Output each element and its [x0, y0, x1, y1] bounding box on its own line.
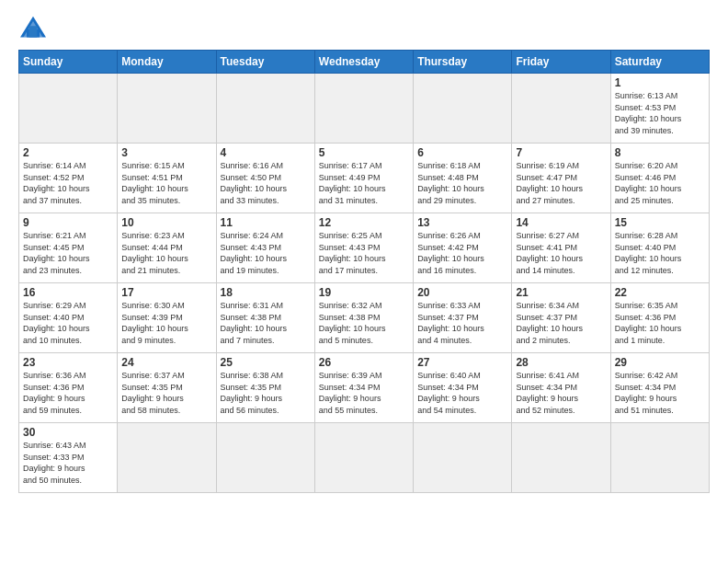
calendar-cell	[512, 423, 610, 493]
day-info: Sunrise: 6:31 AMSunset: 4:38 PMDaylight:…	[221, 300, 311, 346]
calendar-cell	[414, 423, 512, 493]
weekday-header-thursday: Thursday	[414, 51, 512, 74]
day-info: Sunrise: 6:41 AMSunset: 4:34 PMDaylight:…	[516, 370, 606, 416]
calendar-week-5: 23Sunrise: 6:36 AMSunset: 4:36 PMDayligh…	[19, 353, 710, 423]
calendar-body: 1Sunrise: 6:13 AMSunset: 4:53 PMDaylight…	[19, 74, 710, 493]
day-info: Sunrise: 6:32 AMSunset: 4:38 PMDaylight:…	[319, 300, 409, 346]
day-info: Sunrise: 6:26 AMSunset: 4:42 PMDaylight:…	[417, 230, 507, 276]
day-info: Sunrise: 6:39 AMSunset: 4:34 PMDaylight:…	[319, 370, 409, 416]
calendar-cell: 7Sunrise: 6:19 AMSunset: 4:47 PMDaylight…	[512, 144, 610, 213]
day-info: Sunrise: 6:28 AMSunset: 4:40 PMDaylight:…	[615, 230, 705, 276]
day-number: 30	[23, 426, 113, 439]
calendar-cell	[19, 74, 118, 144]
calendar-cell: 16Sunrise: 6:29 AMSunset: 4:40 PMDayligh…	[19, 283, 118, 353]
calendar-week-4: 16Sunrise: 6:29 AMSunset: 4:40 PMDayligh…	[19, 283, 710, 353]
day-info: Sunrise: 6:30 AMSunset: 4:39 PMDaylight:…	[121, 300, 211, 346]
weekday-header-wednesday: Wednesday	[314, 51, 413, 74]
svg-rect-3	[29, 26, 38, 37]
weekday-header-sunday: Sunday	[19, 51, 118, 74]
day-info: Sunrise: 6:42 AMSunset: 4:34 PMDaylight:…	[615, 370, 705, 416]
day-info: Sunrise: 6:27 AMSunset: 4:41 PMDaylight:…	[516, 230, 606, 276]
day-info: Sunrise: 6:34 AMSunset: 4:37 PMDaylight:…	[516, 300, 606, 346]
day-info: Sunrise: 6:25 AMSunset: 4:43 PMDaylight:…	[319, 230, 409, 276]
day-info: Sunrise: 6:24 AMSunset: 4:43 PMDaylight:…	[221, 230, 311, 276]
day-info: Sunrise: 6:21 AMSunset: 4:45 PMDaylight:…	[23, 230, 113, 276]
calendar-cell: 25Sunrise: 6:38 AMSunset: 4:35 PMDayligh…	[216, 353, 314, 423]
day-info: Sunrise: 6:16 AMSunset: 4:50 PMDaylight:…	[221, 160, 311, 206]
calendar-cell	[314, 423, 413, 493]
day-number: 13	[417, 216, 507, 229]
weekday-header-saturday: Saturday	[610, 51, 709, 74]
calendar-cell	[118, 74, 216, 144]
day-number: 27	[417, 356, 507, 369]
day-number: 20	[417, 286, 507, 299]
day-info: Sunrise: 6:13 AMSunset: 4:53 PMDaylight:…	[615, 90, 705, 136]
day-number: 5	[319, 146, 409, 159]
calendar-cell: 24Sunrise: 6:37 AMSunset: 4:35 PMDayligh…	[118, 353, 216, 423]
day-number: 24	[121, 356, 211, 369]
calendar-cell: 27Sunrise: 6:40 AMSunset: 4:34 PMDayligh…	[414, 353, 512, 423]
calendar-table: SundayMondayTuesdayWednesdayThursdayFrid…	[18, 50, 710, 493]
day-number: 21	[516, 286, 606, 299]
day-number: 22	[615, 286, 705, 299]
calendar-cell: 21Sunrise: 6:34 AMSunset: 4:37 PMDayligh…	[512, 283, 610, 353]
day-number: 25	[221, 356, 311, 369]
calendar-cell: 2Sunrise: 6:14 AMSunset: 4:52 PMDaylight…	[19, 144, 118, 213]
day-number: 6	[417, 146, 507, 159]
calendar-cell: 19Sunrise: 6:32 AMSunset: 4:38 PMDayligh…	[314, 283, 413, 353]
day-info: Sunrise: 6:23 AMSunset: 4:44 PMDaylight:…	[121, 230, 211, 276]
day-info: Sunrise: 6:36 AMSunset: 4:36 PMDaylight:…	[23, 370, 113, 416]
day-number: 29	[615, 356, 705, 369]
calendar-cell: 30Sunrise: 6:43 AMSunset: 4:33 PMDayligh…	[19, 423, 118, 493]
calendar-cell	[216, 74, 314, 144]
day-number: 11	[221, 216, 311, 229]
calendar-header: SundayMondayTuesdayWednesdayThursdayFrid…	[19, 51, 710, 74]
weekday-header-row: SundayMondayTuesdayWednesdayThursdayFrid…	[19, 51, 710, 74]
calendar-cell: 28Sunrise: 6:41 AMSunset: 4:34 PMDayligh…	[512, 353, 610, 423]
day-number: 9	[23, 216, 113, 229]
day-number: 1	[615, 76, 705, 89]
logo	[18, 15, 51, 40]
calendar-week-2: 2Sunrise: 6:14 AMSunset: 4:52 PMDaylight…	[19, 144, 710, 213]
day-info: Sunrise: 6:18 AMSunset: 4:48 PMDaylight:…	[417, 160, 507, 206]
weekday-header-friday: Friday	[512, 51, 610, 74]
day-number: 19	[319, 286, 409, 299]
day-info: Sunrise: 6:35 AMSunset: 4:36 PMDaylight:…	[615, 300, 705, 346]
calendar-cell: 8Sunrise: 6:20 AMSunset: 4:46 PMDaylight…	[610, 144, 709, 213]
day-info: Sunrise: 6:37 AMSunset: 4:35 PMDaylight:…	[121, 370, 211, 416]
calendar-cell: 18Sunrise: 6:31 AMSunset: 4:38 PMDayligh…	[216, 283, 314, 353]
day-info: Sunrise: 6:14 AMSunset: 4:52 PMDaylight:…	[23, 160, 113, 206]
calendar-cell: 12Sunrise: 6:25 AMSunset: 4:43 PMDayligh…	[314, 213, 413, 283]
day-info: Sunrise: 6:40 AMSunset: 4:34 PMDaylight:…	[417, 370, 507, 416]
day-info: Sunrise: 6:29 AMSunset: 4:40 PMDaylight:…	[23, 300, 113, 346]
day-number: 18	[221, 286, 311, 299]
day-info: Sunrise: 6:17 AMSunset: 4:49 PMDaylight:…	[319, 160, 409, 206]
day-number: 12	[319, 216, 409, 229]
calendar-cell	[610, 423, 709, 493]
day-number: 3	[121, 146, 211, 159]
calendar-cell	[216, 423, 314, 493]
day-number: 15	[615, 216, 705, 229]
day-info: Sunrise: 6:19 AMSunset: 4:47 PMDaylight:…	[516, 160, 606, 206]
calendar-cell: 13Sunrise: 6:26 AMSunset: 4:42 PMDayligh…	[414, 213, 512, 283]
calendar-week-3: 9Sunrise: 6:21 AMSunset: 4:45 PMDaylight…	[19, 213, 710, 283]
day-info: Sunrise: 6:43 AMSunset: 4:33 PMDaylight:…	[23, 440, 113, 486]
calendar-week-1: 1Sunrise: 6:13 AMSunset: 4:53 PMDaylight…	[19, 74, 710, 144]
calendar-cell	[314, 74, 413, 144]
weekday-header-monday: Monday	[118, 51, 216, 74]
day-number: 26	[319, 356, 409, 369]
day-number: 16	[23, 286, 113, 299]
day-number: 7	[516, 146, 606, 159]
day-number: 8	[615, 146, 705, 159]
calendar-cell: 5Sunrise: 6:17 AMSunset: 4:49 PMDaylight…	[314, 144, 413, 213]
calendar-cell: 10Sunrise: 6:23 AMSunset: 4:44 PMDayligh…	[118, 213, 216, 283]
day-number: 17	[121, 286, 211, 299]
calendar-cell: 20Sunrise: 6:33 AMSunset: 4:37 PMDayligh…	[414, 283, 512, 353]
calendar-cell: 4Sunrise: 6:16 AMSunset: 4:50 PMDaylight…	[216, 144, 314, 213]
calendar-cell: 9Sunrise: 6:21 AMSunset: 4:45 PMDaylight…	[19, 213, 118, 283]
day-number: 28	[516, 356, 606, 369]
logo-icon	[18, 15, 48, 40]
calendar-cell: 6Sunrise: 6:18 AMSunset: 4:48 PMDaylight…	[414, 144, 512, 213]
calendar-cell: 11Sunrise: 6:24 AMSunset: 4:43 PMDayligh…	[216, 213, 314, 283]
calendar-cell: 26Sunrise: 6:39 AMSunset: 4:34 PMDayligh…	[314, 353, 413, 423]
